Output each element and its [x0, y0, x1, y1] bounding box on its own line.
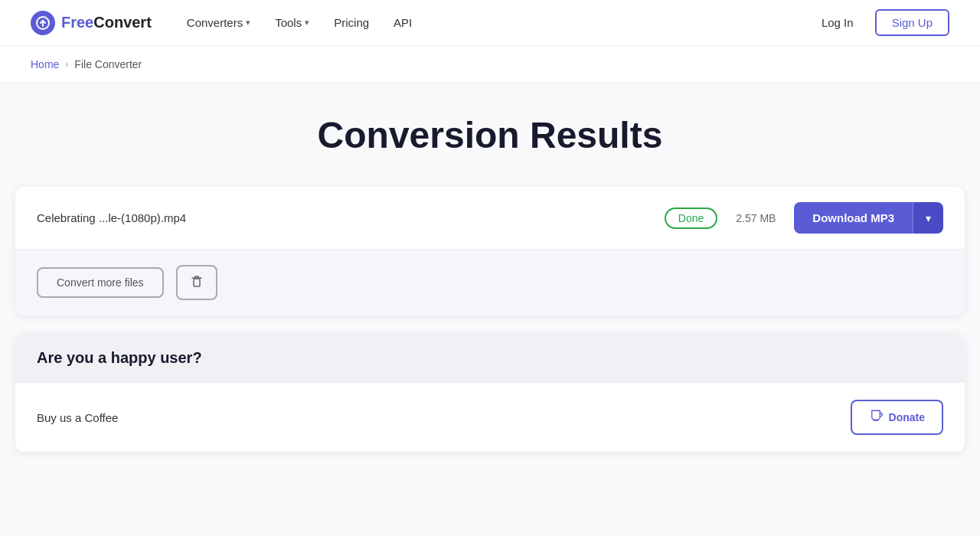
nav-tools[interactable]: Tools ▾ — [264, 10, 320, 35]
svg-rect-1 — [194, 279, 200, 286]
logo-icon — [31, 11, 55, 35]
download-btn-group: Download MP3 ▾ — [794, 202, 943, 234]
actions-row: Convert more files — [15, 250, 965, 315]
main-content: Conversion Results Celebrating ...le-(10… — [0, 83, 980, 482]
file-size: 2.57 MB — [733, 212, 779, 224]
donate-button[interactable]: Donate — [851, 400, 943, 435]
breadcrumb-separator: › — [65, 59, 68, 70]
file-name: Celebrating ...le-(1080p).mp4 — [37, 211, 649, 224]
main-nav: Converters ▾ Tools ▾ Pricing API — [176, 10, 812, 35]
breadcrumb-current: File Converter — [74, 58, 142, 70]
status-badge: Done — [665, 208, 717, 229]
chevron-down-icon: ▾ — [246, 18, 250, 28]
convert-more-button[interactable]: Convert more files — [37, 267, 164, 298]
nav-pricing[interactable]: Pricing — [323, 10, 380, 35]
coffee-icon — [869, 409, 883, 426]
nav-api[interactable]: API — [383, 10, 423, 35]
file-row: Celebrating ...le-(1080p).mp4 Done 2.57 … — [15, 187, 965, 250]
logo[interactable]: FreeConvert — [31, 11, 152, 35]
header: FreeConvert Converters ▾ Tools ▾ Pricing… — [0, 0, 980, 46]
breadcrumb-home-link[interactable]: Home — [31, 58, 59, 70]
signup-button[interactable]: Sign Up — [875, 9, 949, 36]
header-actions: Log In Sign Up — [812, 9, 949, 36]
donate-header: Are you a happy user? — [15, 334, 965, 382]
download-options-button[interactable]: ▾ — [913, 202, 943, 234]
breadcrumb: Home › File Converter — [0, 46, 980, 83]
page-title: Conversion Results — [15, 114, 965, 156]
donate-header-title: Are you a happy user? — [37, 349, 202, 366]
donate-card: Are you a happy user? Buy us a Coffee Do… — [15, 334, 965, 452]
donate-btn-label: Donate — [889, 411, 925, 423]
download-mp3-button[interactable]: Download MP3 — [794, 202, 913, 234]
logo-text: FreeConvert — [61, 14, 152, 31]
login-button[interactable]: Log In — [812, 10, 863, 35]
delete-button[interactable] — [176, 265, 217, 300]
donate-label: Buy us a Coffee — [37, 411, 835, 424]
donate-row: Buy us a Coffee Donate — [15, 382, 965, 452]
trash-icon — [190, 277, 204, 290]
conversion-results-card: Celebrating ...le-(1080p).mp4 Done 2.57 … — [15, 187, 965, 315]
nav-converters[interactable]: Converters ▾ — [176, 10, 261, 35]
chevron-down-icon: ▾ — [305, 18, 309, 28]
